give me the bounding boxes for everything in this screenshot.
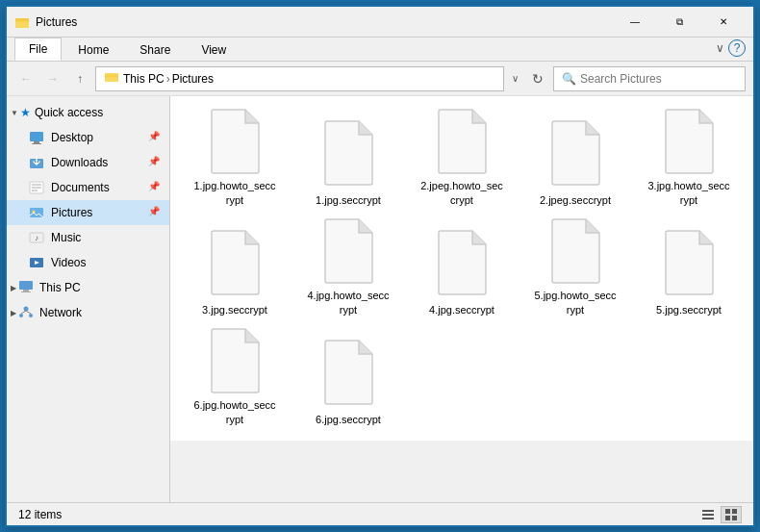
this-pc-label: This PC [39, 281, 81, 294]
file-icon [546, 117, 604, 190]
search-icon: 🔍 [562, 72, 576, 86]
quick-access-text: Quick access [35, 106, 103, 119]
pin-icon: 📌 [148, 181, 162, 194]
videos-icon [28, 254, 45, 271]
file-item[interactable]: 1.jpg.seccrypt [293, 106, 403, 212]
sidebar-section-quick-access[interactable]: ▼ ★ Quick access [7, 100, 169, 125]
sidebar-item-documents[interactable]: Documents 📌 [7, 175, 169, 200]
file-item[interactable]: 6.jpg.howto_secc rypt [180, 325, 290, 431]
tab-view[interactable]: View [187, 38, 241, 61]
file-icon [660, 227, 718, 299]
svg-rect-30 [725, 516, 730, 520]
back-button[interactable]: ← [14, 67, 38, 90]
sidebar-item-downloads[interactable]: Downloads 📌 [7, 150, 169, 175]
close-button[interactable]: ✕ [701, 7, 746, 38]
svg-rect-26 [702, 514, 714, 516]
file-icon [206, 327, 264, 394]
ribbon-chevron[interactable]: ∨ [716, 41, 724, 55]
view-buttons [697, 506, 742, 523]
content-wrapper: 1.jpg.howto_secc rypt 1.jpg.seccrypt 2.j… [170, 96, 753, 502]
sidebar-item-desktop[interactable]: Desktop 📌 [7, 125, 169, 150]
svg-line-23 [21, 311, 26, 314]
downloads-icon [28, 154, 45, 171]
chevron-icon: ▼ [11, 109, 18, 117]
file-item[interactable]: 4.jpg.seccrypt [407, 215, 517, 321]
pictures-icon [28, 204, 45, 221]
tab-share[interactable]: Share [125, 38, 185, 61]
svg-rect-27 [702, 518, 714, 519]
tab-home[interactable]: Home [63, 38, 123, 61]
file-item[interactable]: 5.jpg.howto_secc rypt [520, 215, 630, 321]
main-area: ▼ ★ Quick access Desktop 📌 Downloads 📌 [7, 96, 753, 502]
file-name: 2.jpeg.howto_sec crypt [420, 179, 503, 207]
ribbon: File Home Share View ∨ ? [7, 38, 753, 62]
file-item[interactable]: 3.jpg.howto_secc rypt [634, 106, 744, 212]
refresh-button[interactable]: ↻ [526, 67, 549, 90]
quick-access-label: ★ [20, 106, 31, 119]
sidebar-item-music[interactable]: ♪ Music [7, 225, 169, 250]
search-input[interactable] [580, 72, 737, 86]
svg-rect-17 [19, 281, 33, 290]
file-item[interactable]: 2.jpeg.seccrypt [520, 106, 630, 212]
help-button[interactable]: ? [728, 39, 746, 57]
file-icon [433, 108, 491, 175]
network-label: Network [39, 306, 82, 319]
search-box[interactable]: 🔍 [553, 66, 746, 91]
documents-label: Documents [51, 181, 148, 194]
file-icon [546, 217, 604, 285]
file-item[interactable]: 3.jpg.seccrypt [180, 215, 290, 321]
list-view-button[interactable] [697, 506, 719, 523]
desktop-label: Desktop [51, 131, 148, 144]
file-icon [319, 217, 377, 285]
svg-rect-19 [21, 291, 31, 292]
file-name: 6.jpg.seccrypt [316, 413, 381, 426]
file-item[interactable]: 2.jpeg.howto_sec crypt [407, 106, 517, 212]
sidebar: ▼ ★ Quick access Desktop 📌 Downloads 📌 [7, 96, 170, 502]
address-path[interactable]: This PC › Pictures [95, 66, 504, 91]
detail-view-button[interactable] [721, 506, 742, 523]
up-button[interactable]: ↑ [68, 67, 91, 90]
file-icon [206, 108, 264, 175]
minimize-button[interactable]: — [613, 7, 657, 38]
desktop-icon [28, 129, 45, 146]
svg-rect-31 [732, 516, 737, 520]
file-item[interactable]: 5.jpg.seccrypt [634, 215, 744, 321]
file-name: 1.jpg.howto_secc rypt [194, 179, 276, 207]
network-icon [18, 304, 36, 321]
file-item[interactable]: 6.jpg.seccrypt [293, 325, 403, 431]
path-pictures[interactable]: Pictures [172, 72, 214, 86]
title-bar: Pictures — ⧉ ✕ [7, 7, 753, 38]
tab-file[interactable]: File [14, 38, 62, 61]
file-icon [319, 337, 377, 409]
file-name: 4.jpg.seccrypt [429, 303, 494, 317]
window-icon [14, 14, 30, 30]
maximize-button[interactable]: ⧉ [657, 7, 701, 38]
svg-line-24 [26, 311, 31, 314]
svg-point-21 [19, 314, 23, 317]
ribbon-tabs: File Home Share View ∨ ? [7, 38, 753, 61]
file-item[interactable]: 1.jpg.howto_secc rypt [180, 106, 290, 212]
forward-button[interactable]: → [41, 67, 64, 90]
chevron-icon: ▶ [11, 284, 16, 292]
svg-text:♪: ♪ [35, 234, 38, 242]
file-item[interactable]: 4.jpg.howto_secc rypt [293, 215, 403, 321]
path-this-pc[interactable]: This PC [123, 72, 165, 86]
sidebar-item-videos[interactable]: Videos [7, 250, 169, 275]
svg-rect-3 [30, 132, 43, 141]
pin-icon: 📌 [148, 131, 162, 144]
sidebar-item-pictures[interactable]: Pictures 📌 [7, 200, 169, 225]
sidebar-item-this-pc[interactable]: ▶ This PC [7, 275, 169, 300]
file-name: 1.jpg.seccrypt [316, 193, 381, 207]
pin-icon: 📌 [148, 206, 162, 219]
documents-icon [28, 179, 45, 196]
pictures-label: Pictures [51, 206, 148, 219]
address-bar: ← → ↑ This PC › Pictures ∨ ↻ 🔍 [7, 62, 753, 96]
file-name: 3.jpg.seccrypt [202, 303, 267, 317]
videos-label: Videos [51, 256, 162, 269]
svg-rect-4 [34, 141, 39, 143]
explorer-window: Pictures — ⧉ ✕ File Home Share View ∨ ? … [5, 5, 755, 527]
file-name: 6.jpg.howto_secc rypt [194, 398, 276, 426]
path-dropdown-icon[interactable]: ∨ [508, 73, 522, 84]
sidebar-item-network[interactable]: ▶ Network [7, 300, 169, 325]
svg-rect-5 [32, 143, 41, 144]
